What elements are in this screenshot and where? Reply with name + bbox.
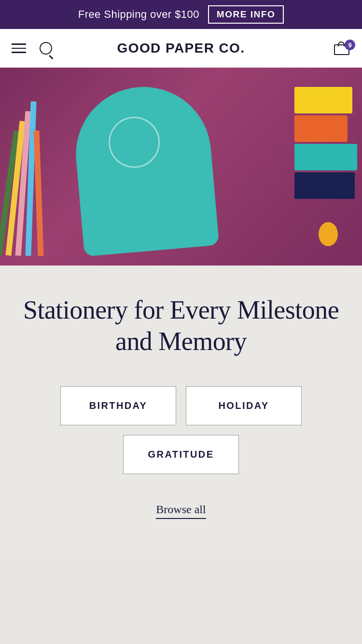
cart-badge: 9	[345, 40, 355, 50]
more-info-button[interactable]: MORE INFO	[208, 5, 284, 24]
flower-decoration	[309, 217, 348, 256]
header: GOOD PAPER CO. 9	[0, 29, 362, 68]
holiday-button[interactable]: HOLIDAY	[186, 386, 302, 425]
cart-button[interactable]: 9	[334, 42, 350, 55]
menu-icon[interactable]	[12, 43, 26, 53]
content-section: Stationery for Every Milestone and Memor…	[0, 266, 362, 553]
search-button[interactable]	[40, 42, 52, 55]
birthday-button[interactable]: BIRTHDAY	[60, 386, 176, 425]
search-icon	[40, 42, 52, 55]
page-headline: Stationery for Every Milestone and Memor…	[19, 294, 343, 357]
browse-all-button[interactable]: Browse all	[156, 503, 206, 519]
gratitude-button[interactable]: GRATITUDE	[123, 435, 239, 474]
pencils-decoration	[0, 111, 58, 256]
category-buttons: BIRTHDAY HOLIDAY GRATITUDE	[19, 386, 343, 474]
shipping-text: Free Shipping over $100	[78, 8, 199, 21]
notebook-stack-decoration	[294, 87, 362, 201]
announcement-bar: Free Shipping over $100 MORE INFO	[0, 0, 362, 29]
hero-image	[0, 68, 362, 266]
site-logo: GOOD PAPER CO.	[117, 41, 245, 56]
header-left	[12, 42, 52, 55]
